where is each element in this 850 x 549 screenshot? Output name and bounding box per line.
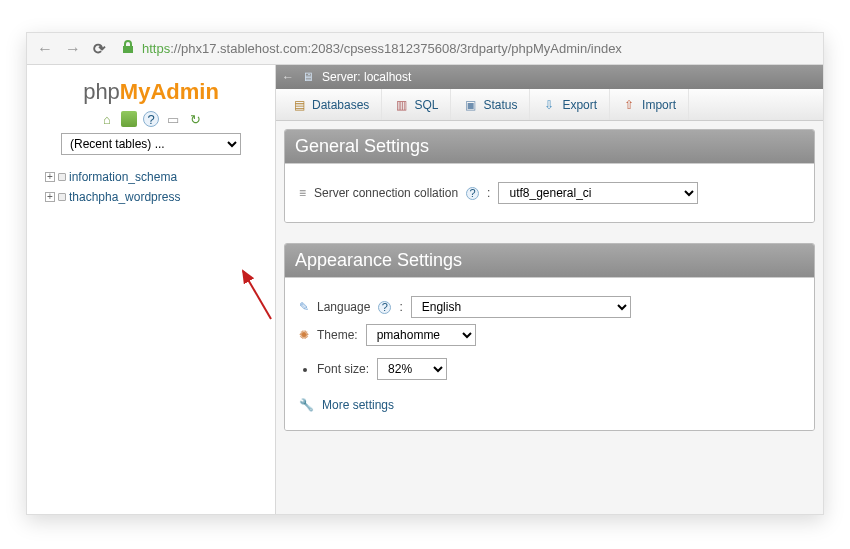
fontsize-label: Font size: (317, 362, 369, 376)
panel-title: General Settings (285, 130, 814, 163)
forward-button[interactable]: → (63, 40, 83, 58)
exit-icon[interactable] (121, 111, 137, 127)
tab-export[interactable]: ⇩Export (530, 89, 610, 120)
reload-button[interactable]: ⟳ (91, 40, 108, 58)
recent-tables-select[interactable]: (Recent tables) ... (61, 133, 241, 155)
databases-icon: ▤ (292, 98, 306, 112)
browser-toolbar: ← → ⟳ https://phx17.stablehost.com:2083/… (27, 33, 823, 65)
status-icon: ▣ (463, 98, 477, 112)
general-settings-panel: General Settings ≡ Server connection col… (284, 129, 815, 223)
back-button[interactable]: ← (35, 40, 55, 58)
tab-databases[interactable]: ▤Databases (280, 89, 382, 120)
db-name: thachpha_wordpress (69, 190, 180, 204)
fontsize-select[interactable]: 82% (377, 358, 447, 380)
db-tree-item[interactable]: + thachpha_wordpress (45, 187, 257, 207)
wrench-icon: 🔧 (299, 398, 314, 412)
main-panel: ← 🖥 Server: localhost ▤Databases ▥SQL ▣S… (275, 65, 823, 514)
panel-title: Appearance Settings (285, 244, 814, 277)
expand-icon[interactable]: + (45, 192, 55, 202)
lock-icon (122, 40, 134, 57)
theme-select[interactable]: pmahomme (366, 324, 476, 346)
home-icon[interactable]: ⌂ (99, 111, 115, 127)
sidebar: phpMyAdmin ⌂ ? ▭ ↻ (Recent tables) ... +… (27, 65, 275, 514)
theme-label: Theme: (317, 328, 358, 342)
reload-frame-icon[interactable]: ↻ (187, 111, 203, 127)
help-icon[interactable]: ? (378, 301, 391, 314)
tab-import[interactable]: ⇧Import (610, 89, 689, 120)
language-icon: ✎ (299, 300, 309, 314)
language-label: Language (317, 300, 370, 314)
collation-icon: ≡ (299, 186, 306, 200)
language-select[interactable]: English (411, 296, 631, 318)
breadcrumb: ← 🖥 Server: localhost (276, 65, 823, 89)
db-name: information_schema (69, 170, 177, 184)
help-icon[interactable]: ? (143, 111, 159, 127)
collation-label: Server connection collation (314, 186, 458, 200)
expand-icon[interactable]: + (45, 172, 55, 182)
database-tree: + information_schema + thachpha_wordpres… (39, 167, 263, 207)
db-icon (58, 173, 66, 181)
server-icon: 🖥 (302, 70, 314, 84)
url-bar[interactable]: https://phx17.stablehost.com:2083/cpsess… (142, 41, 622, 56)
collation-select[interactable]: utf8_general_ci (498, 182, 698, 204)
help-icon[interactable]: ? (466, 187, 479, 200)
sql-icon: ▥ (394, 98, 408, 112)
tab-status[interactable]: ▣Status (451, 89, 530, 120)
db-tree-item[interactable]: + information_schema (45, 167, 257, 187)
logo: phpMyAdmin (39, 79, 263, 105)
appearance-settings-panel: Appearance Settings ✎ Language ? : Engli… (284, 243, 815, 431)
sidebar-icon-toolbar: ⌂ ? ▭ ↻ (39, 111, 263, 127)
collapse-icon[interactable]: ← (282, 70, 294, 84)
breadcrumb-label[interactable]: Server: localhost (322, 70, 411, 84)
tab-sql[interactable]: ▥SQL (382, 89, 451, 120)
export-icon: ⇩ (542, 98, 556, 112)
more-settings-link[interactable]: More settings (322, 398, 394, 412)
theme-icon: ✺ (299, 328, 309, 342)
db-icon (58, 193, 66, 201)
sql-query-icon[interactable]: ▭ (165, 111, 181, 127)
import-icon: ⇧ (622, 98, 636, 112)
main-tabs: ▤Databases ▥SQL ▣Status ⇩Export ⇧Import (276, 89, 823, 121)
